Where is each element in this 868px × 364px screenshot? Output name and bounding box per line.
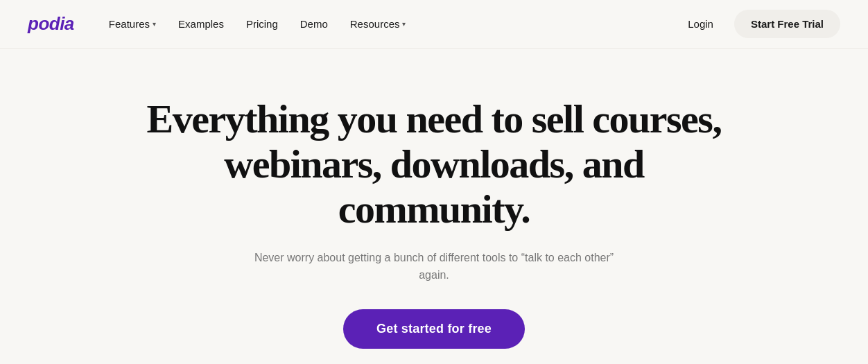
- nav-features[interactable]: Features ▾: [99, 12, 166, 35]
- nav-demo[interactable]: Demo: [290, 12, 338, 35]
- hero-section: Everything you need to sell courses, web…: [0, 49, 868, 364]
- nav-actions: Login Start Free Trial: [678, 10, 840, 38]
- nav-resources[interactable]: Resources ▾: [340, 12, 416, 35]
- main-nav: podia Features ▾ Examples Pricing Demo R…: [0, 0, 868, 49]
- nav-pricing[interactable]: Pricing: [236, 12, 288, 35]
- nav-examples[interactable]: Examples: [168, 12, 234, 35]
- chevron-down-icon: ▾: [402, 20, 406, 28]
- site-logo[interactable]: podia: [28, 13, 74, 35]
- nav-links: Features ▾ Examples Pricing Demo Resourc…: [99, 12, 678, 35]
- hero-headline: Everything you need to sell courses, web…: [136, 97, 732, 232]
- hero-subheadline: Never worry about getting a bunch of dif…: [247, 249, 621, 284]
- cta-button[interactable]: Get started for free: [343, 309, 525, 349]
- start-trial-button[interactable]: Start Free Trial: [734, 10, 840, 38]
- chevron-down-icon: ▾: [153, 20, 156, 28]
- login-link[interactable]: Login: [678, 12, 723, 35]
